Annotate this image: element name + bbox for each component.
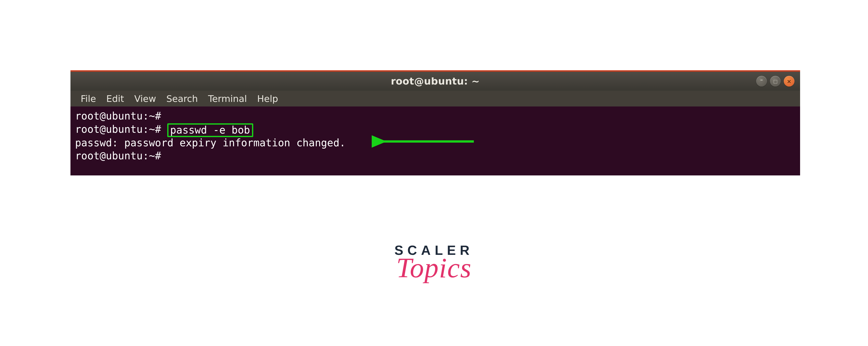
prompt-text: root@ubuntu:~# [75,123,167,135]
titlebar[interactable]: root@ubuntu: ~ – □ × [70,72,800,91]
menu-edit[interactable]: Edit [101,93,129,104]
annotation-arrow-icon [372,135,479,148]
window-controls: – □ × [756,76,795,87]
menu-help[interactable]: Help [252,93,283,104]
menu-terminal[interactable]: Terminal [203,93,252,104]
terminal-window: root@ubuntu: ~ – □ × File Edit View Sear… [70,70,800,176]
close-button[interactable]: × [784,76,795,87]
menu-view[interactable]: View [129,93,161,104]
menu-file[interactable]: File [75,93,101,104]
terminal-line-2: root@ubuntu:~# passwd -e bob [75,123,796,136]
menubar: File Edit View Search Terminal Help [70,91,800,106]
terminal-line-4: root@ubuntu:~# [75,149,796,162]
highlighted-command: passwd -e bob [167,123,253,137]
window-title: root@ubuntu: ~ [391,75,480,87]
brand-logo: SCALER Topics [395,243,473,284]
maximize-button[interactable]: □ [770,76,781,87]
terminal-body[interactable]: root@ubuntu:~# root@ubuntu:~# passwd -e … [70,106,800,176]
terminal-line-1: root@ubuntu:~# [75,109,796,123]
menu-search[interactable]: Search [161,93,203,104]
minimize-button[interactable]: – [756,76,767,87]
brand-bottom-text: Topics [395,252,473,284]
